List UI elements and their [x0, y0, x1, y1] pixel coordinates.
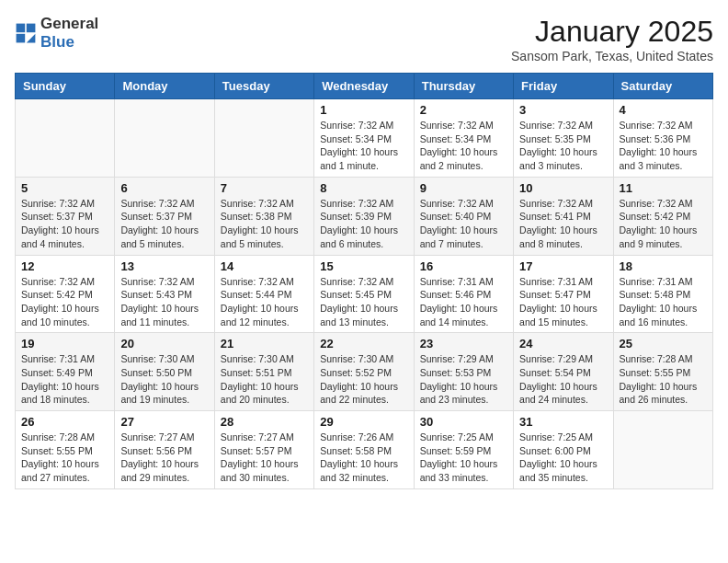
calendar-week-row: 19Sunrise: 7:31 AM Sunset: 5:49 PM Dayli…: [16, 333, 713, 411]
svg-rect-0: [17, 24, 26, 33]
table-row: 5Sunrise: 7:32 AM Sunset: 5:37 PM Daylig…: [16, 177, 115, 255]
table-row: [214, 99, 313, 178]
day-number: 24: [519, 337, 607, 350]
day-number: 19: [21, 337, 108, 350]
day-number: 5: [21, 181, 108, 195]
table-row: 28Sunrise: 7:27 AM Sunset: 5:57 PM Dayli…: [214, 411, 313, 489]
logo-general-text: General: [40, 15, 98, 32]
day-info: Sunrise: 7:28 AM Sunset: 5:55 PM Dayligh…: [21, 431, 108, 485]
calendar-week-row: 1Sunrise: 7:32 AM Sunset: 5:34 PM Daylig…: [16, 99, 713, 178]
day-number: 3: [519, 103, 607, 117]
table-row: 9Sunrise: 7:32 AM Sunset: 5:40 PM Daylig…: [414, 177, 513, 255]
svg-rect-2: [17, 34, 26, 43]
day-number: 22: [320, 337, 407, 350]
table-row: 15Sunrise: 7:32 AM Sunset: 5:45 PM Dayli…: [314, 255, 414, 333]
day-info: Sunrise: 7:32 AM Sunset: 5:38 PM Dayligh…: [221, 197, 308, 251]
header-tuesday: Tuesday: [214, 74, 313, 99]
day-number: 18: [620, 259, 707, 273]
header-sunday: Sunday: [16, 74, 115, 99]
table-row: 8Sunrise: 7:32 AM Sunset: 5:39 PM Daylig…: [314, 177, 414, 255]
table-row: 13Sunrise: 7:32 AM Sunset: 5:43 PM Dayli…: [115, 255, 214, 333]
day-info: Sunrise: 7:31 AM Sunset: 5:47 PM Dayligh…: [519, 275, 607, 329]
calendar-week-row: 5Sunrise: 7:32 AM Sunset: 5:37 PM Daylig…: [16, 177, 713, 255]
table-row: [613, 411, 712, 489]
table-row: 12Sunrise: 7:32 AM Sunset: 5:42 PM Dayli…: [16, 255, 115, 333]
day-info: Sunrise: 7:32 AM Sunset: 5:40 PM Dayligh…: [420, 197, 507, 251]
header-monday: Monday: [115, 74, 214, 99]
day-number: 29: [320, 415, 407, 429]
day-number: 13: [120, 259, 208, 273]
logo-icon: [15, 22, 37, 44]
day-number: 30: [420, 415, 507, 429]
day-info: Sunrise: 7:27 AM Sunset: 5:57 PM Dayligh…: [221, 431, 308, 485]
day-info: Sunrise: 7:28 AM Sunset: 5:55 PM Dayligh…: [620, 352, 707, 407]
day-info: Sunrise: 7:32 AM Sunset: 5:36 PM Dayligh…: [620, 119, 707, 173]
table-row: 24Sunrise: 7:29 AM Sunset: 5:54 PM Dayli…: [514, 333, 613, 411]
table-row: 16Sunrise: 7:31 AM Sunset: 5:46 PM Dayli…: [414, 255, 513, 333]
table-row: 18Sunrise: 7:31 AM Sunset: 5:48 PM Dayli…: [613, 255, 712, 333]
day-info: Sunrise: 7:32 AM Sunset: 5:35 PM Dayligh…: [519, 119, 607, 173]
table-row: 20Sunrise: 7:30 AM Sunset: 5:50 PM Dayli…: [115, 333, 214, 411]
calendar-week-row: 26Sunrise: 7:28 AM Sunset: 5:55 PM Dayli…: [16, 411, 713, 489]
day-number: 15: [320, 259, 407, 273]
day-number: 8: [320, 181, 407, 195]
day-info: Sunrise: 7:32 AM Sunset: 5:42 PM Dayligh…: [21, 275, 108, 329]
table-row: 26Sunrise: 7:28 AM Sunset: 5:55 PM Dayli…: [16, 411, 115, 489]
day-number: 28: [221, 415, 308, 429]
logo: General Blue: [15, 15, 98, 52]
day-number: 17: [519, 259, 607, 273]
day-number: 1: [320, 103, 407, 117]
day-number: 27: [120, 415, 208, 429]
day-info: Sunrise: 7:32 AM Sunset: 5:43 PM Dayligh…: [120, 275, 208, 329]
day-info: Sunrise: 7:30 AM Sunset: 5:51 PM Dayligh…: [221, 352, 308, 407]
day-info: Sunrise: 7:32 AM Sunset: 5:34 PM Dayligh…: [420, 119, 507, 173]
day-number: 9: [420, 181, 507, 195]
header: General Blue January 2025 Sansom Park, T…: [15, 15, 713, 63]
day-number: 14: [221, 259, 308, 273]
day-number: 7: [221, 181, 308, 195]
table-row: 3Sunrise: 7:32 AM Sunset: 5:35 PM Daylig…: [514, 99, 613, 178]
day-info: Sunrise: 7:32 AM Sunset: 5:37 PM Dayligh…: [21, 197, 108, 251]
day-number: 11: [620, 181, 707, 195]
title-area: January 2025 Sansom Park, Texas, United …: [511, 15, 713, 63]
logo-blue-text: Blue: [40, 33, 74, 51]
table-row: 23Sunrise: 7:29 AM Sunset: 5:53 PM Dayli…: [414, 333, 513, 411]
calendar-week-row: 12Sunrise: 7:32 AM Sunset: 5:42 PM Dayli…: [16, 255, 713, 333]
table-row: 4Sunrise: 7:32 AM Sunset: 5:36 PM Daylig…: [613, 99, 712, 178]
day-info: Sunrise: 7:32 AM Sunset: 5:44 PM Dayligh…: [221, 275, 308, 329]
day-info: Sunrise: 7:27 AM Sunset: 5:56 PM Dayligh…: [120, 431, 208, 485]
day-number: 31: [519, 415, 607, 429]
calendar-table: Sunday Monday Tuesday Wednesday Thursday…: [15, 73, 713, 489]
day-number: 10: [519, 181, 607, 195]
table-row: 29Sunrise: 7:26 AM Sunset: 5:58 PM Dayli…: [314, 411, 414, 489]
table-row: 30Sunrise: 7:25 AM Sunset: 5:59 PM Dayli…: [414, 411, 513, 489]
table-row: [16, 99, 115, 178]
day-number: 4: [620, 103, 707, 117]
table-row: 27Sunrise: 7:27 AM Sunset: 5:56 PM Dayli…: [115, 411, 214, 489]
table-row: 11Sunrise: 7:32 AM Sunset: 5:42 PM Dayli…: [613, 177, 712, 255]
day-number: 26: [21, 415, 108, 429]
day-number: 2: [420, 103, 507, 117]
table-row: 7Sunrise: 7:32 AM Sunset: 5:38 PM Daylig…: [214, 177, 313, 255]
day-info: Sunrise: 7:31 AM Sunset: 5:49 PM Dayligh…: [21, 352, 108, 407]
day-info: Sunrise: 7:32 AM Sunset: 5:34 PM Dayligh…: [320, 119, 407, 173]
day-info: Sunrise: 7:25 AM Sunset: 5:59 PM Dayligh…: [420, 431, 507, 485]
header-wednesday: Wednesday: [314, 74, 414, 99]
calendar-title: January 2025: [511, 15, 713, 49]
day-number: 25: [620, 337, 707, 350]
day-info: Sunrise: 7:32 AM Sunset: 5:37 PM Dayligh…: [120, 197, 208, 251]
day-info: Sunrise: 7:29 AM Sunset: 5:53 PM Dayligh…: [420, 352, 507, 407]
day-number: 6: [120, 181, 208, 195]
table-row: 17Sunrise: 7:31 AM Sunset: 5:47 PM Dayli…: [514, 255, 613, 333]
day-info: Sunrise: 7:32 AM Sunset: 5:41 PM Dayligh…: [519, 197, 607, 251]
table-row: 1Sunrise: 7:32 AM Sunset: 5:34 PM Daylig…: [314, 99, 414, 178]
table-row: 6Sunrise: 7:32 AM Sunset: 5:37 PM Daylig…: [115, 177, 214, 255]
day-info: Sunrise: 7:32 AM Sunset: 5:39 PM Dayligh…: [320, 197, 407, 251]
day-info: Sunrise: 7:26 AM Sunset: 5:58 PM Dayligh…: [320, 431, 407, 485]
table-row: 2Sunrise: 7:32 AM Sunset: 5:34 PM Daylig…: [414, 99, 513, 178]
svg-marker-3: [27, 34, 36, 43]
calendar-subtitle: Sansom Park, Texas, United States: [511, 49, 713, 63]
table-row: [115, 99, 214, 178]
table-row: 21Sunrise: 7:30 AM Sunset: 5:51 PM Dayli…: [214, 333, 313, 411]
svg-rect-1: [27, 24, 36, 33]
